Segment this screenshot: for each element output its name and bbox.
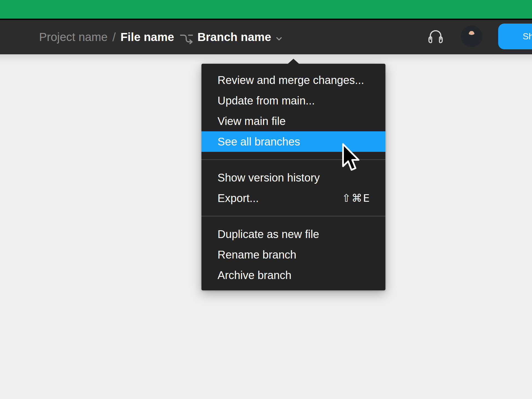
branch-arrow-icon: [180, 33, 193, 44]
breadcrumb: Project name / File name Branch name: [39, 20, 282, 54]
menu-item-review-and-merge-changes[interactable]: Review and merge changes...: [201, 70, 385, 90]
headphones-icon[interactable]: [427, 29, 444, 46]
breadcrumb-file-name[interactable]: File name: [121, 30, 174, 44]
breadcrumb-branch-name[interactable]: Branch name: [197, 30, 271, 44]
menu-item-export[interactable]: Export... ⇧⌘E: [201, 188, 385, 208]
branch-status-bar: [0, 0, 532, 19]
menu-divider: [201, 216, 385, 216]
menu-item-label: Rename branch: [218, 249, 296, 261]
breadcrumb-separator: /: [112, 30, 116, 44]
branch-dropdown-menu: Review and merge changes... Update from …: [201, 64, 385, 290]
keyboard-shortcut-label: ⇧⌘E: [342, 188, 370, 208]
menu-item-label: View main file: [218, 115, 286, 127]
menu-item-label: Update from main...: [218, 94, 315, 107]
menu-item-label: Archive branch: [218, 269, 291, 281]
menu-item-label: Duplicate as new file: [218, 228, 319, 240]
menu-item-archive-branch[interactable]: Archive branch: [201, 265, 385, 285]
avatar[interactable]: [461, 25, 482, 47]
menu-divider: [201, 159, 385, 160]
share-button[interactable]: Share: [498, 24, 532, 49]
menu-item-label: Review and merge changes...: [218, 74, 364, 86]
chevron-down-icon[interactable]: [276, 37, 282, 41]
menu-item-label: See all branches: [218, 135, 300, 148]
toolbar: Project name / File name Branch name Sha…: [0, 20, 532, 54]
breadcrumb-project-name[interactable]: Project name: [39, 30, 108, 44]
menu-item-label: Export...: [218, 192, 259, 204]
menu-item-update-from-main[interactable]: Update from main...: [201, 90, 385, 111]
menu-item-duplicate-as-new-file[interactable]: Duplicate as new file: [201, 224, 385, 244]
menu-item-see-all-branches[interactable]: See all branches: [201, 131, 385, 152]
menu-item-view-main-file[interactable]: View main file: [201, 111, 385, 131]
menu-item-label: Show version history: [218, 172, 320, 184]
menu-item-rename-branch[interactable]: Rename branch: [201, 244, 385, 265]
menu-item-show-version-history[interactable]: Show version history: [201, 167, 385, 188]
menu-caret: [288, 59, 299, 64]
